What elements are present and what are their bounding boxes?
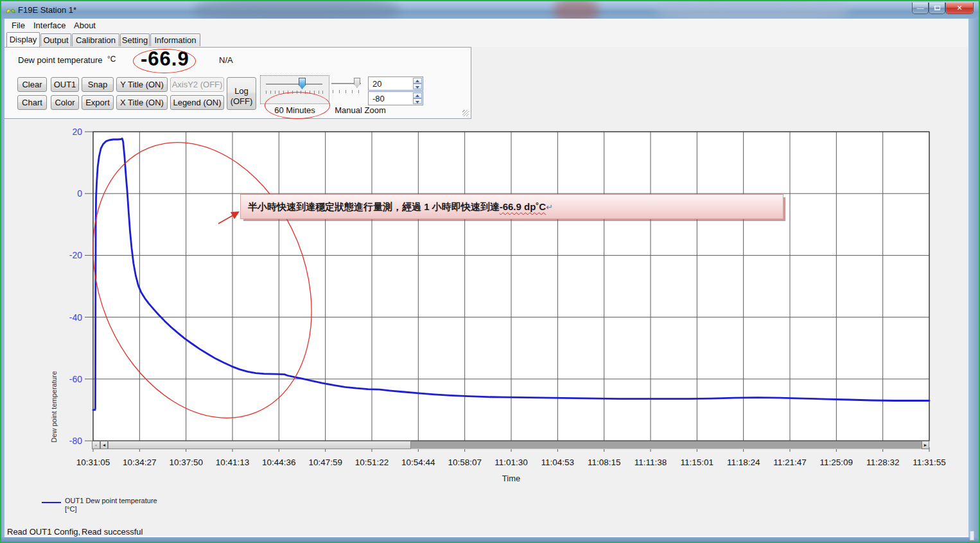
titlebar-blur-decoration	[554, 1, 599, 19]
x-tick-label: 11:21:47	[773, 458, 807, 467]
legend-button[interactable]: Legend (ON)	[170, 95, 224, 110]
y-tick-label: 0	[77, 188, 82, 199]
dew-point-value: -66.9	[141, 48, 189, 71]
legend-series-unit: [°C]	[65, 505, 157, 513]
window-border-bottom	[1, 537, 979, 542]
snap-button[interactable]: Snap	[82, 77, 114, 92]
y-tick-label: -20	[69, 250, 82, 260]
y-tick-label: -40	[69, 312, 82, 323]
axis-upper-value: 20	[372, 79, 381, 89]
axis-lower-spinbox[interactable]: -80	[368, 91, 423, 105]
log-button[interactable]: Log (OFF)	[227, 77, 256, 110]
chart-button[interactable]: Chart	[17, 95, 47, 110]
timespan-slider-ticks	[266, 91, 324, 94]
axis-upper-spinbox[interactable]: 20	[368, 76, 423, 91]
x-tick-label: 10:58:07	[448, 458, 482, 467]
timespan-slider-thumb[interactable]	[299, 78, 306, 89]
maximize-button[interactable]	[929, 3, 945, 14]
x-tick-label: 10:54:44	[401, 458, 435, 467]
spin-up-icon[interactable]	[413, 78, 422, 84]
app-icon	[5, 4, 16, 15]
chart-canvas: 10:31:0510:34:2710:37:5010:41:1310:44:36…	[0, 122, 980, 488]
x-tick-label: 11:08:15	[588, 458, 621, 467]
x-tick-label: 11:28:32	[866, 458, 900, 467]
timespan-slider-label: 60 Minutes	[260, 105, 329, 115]
x-tick-label: 11:15:01	[681, 458, 714, 467]
tab-information[interactable]: Information	[150, 33, 200, 46]
scrollbar-left-arrow[interactable]: ◄	[100, 441, 108, 449]
scrollbar-thumb[interactable]	[108, 441, 411, 449]
timespan-slider[interactable]	[260, 75, 329, 104]
legend-entry: OUT1 Dew point temperature [°C]	[65, 497, 157, 513]
axis-lower-value: -80	[372, 94, 385, 103]
x-tick-label: 10:37:50	[169, 458, 203, 467]
tab-display[interactable]: Display	[6, 32, 40, 47]
color-button[interactable]: Color	[51, 95, 79, 110]
axisy2-button: AxisY2 (OFF)	[170, 77, 224, 92]
tab-setting[interactable]: Setting	[120, 33, 150, 46]
spin-down-icon[interactable]	[413, 84, 422, 89]
app-window: F19E Station 1* — ✕ File Interface About…	[0, 0, 980, 543]
x-tick-label: 10:47:59	[308, 458, 342, 467]
minimize-button[interactable]: —	[912, 3, 929, 14]
spin-down-icon[interactable]	[413, 98, 422, 104]
legend-series-name: OUT1 Dew point temperature	[65, 497, 157, 505]
spin-up-icon[interactable]	[413, 93, 422, 98]
x-tick-label: 11:25:09	[820, 458, 853, 467]
minimize-icon: —	[917, 4, 924, 12]
status-message-2: Read successful	[82, 527, 143, 537]
maximize-icon	[934, 6, 940, 10]
menu-file[interactable]: File	[12, 21, 25, 30]
x-tick-label: 10:34:27	[123, 458, 157, 467]
x-title-button[interactable]: X Title (ON)	[116, 95, 168, 110]
annotation-callout: 半小時快速到達穩定狀態進行量測，經過 1 小時即快速到達-66.9 dp˚C↵	[240, 194, 783, 219]
legend-line-swatch	[42, 502, 61, 503]
readout-label: Dew point temperature	[18, 55, 103, 65]
timespan-slider-track[interactable]	[266, 84, 322, 85]
x-axis-title: Time	[502, 474, 520, 483]
x-tick-label: 10:44:36	[262, 458, 296, 467]
readout-na: N/A	[219, 55, 233, 65]
x-tick-label: 10:31:05	[76, 458, 110, 467]
zoom-slider-thumb[interactable]	[354, 78, 360, 88]
tab-strip: Display Output Calibration Setting Infor…	[4, 31, 968, 47]
close-button[interactable]: ✕	[945, 3, 974, 14]
y-title-button[interactable]: Y Title (ON)	[116, 77, 168, 92]
export-button[interactable]: Export	[82, 95, 114, 110]
scrollbar-right-arrow[interactable]: ►	[922, 441, 929, 449]
titlebar-blur-decoration	[194, 1, 399, 19]
y-tick-label: -80	[69, 436, 82, 446]
chart-area: 10:31:0510:34:2710:37:5010:41:1310:44:36…	[0, 122, 980, 488]
titlebar-blur-decoration	[656, 1, 849, 19]
tab-calibration[interactable]: Calibration	[72, 33, 119, 46]
x-tick-label: 10:51:22	[355, 458, 389, 467]
panel-resize-grip	[462, 110, 469, 116]
display-panel: Dew point temperature °C -66.9 N/A Clear…	[4, 47, 471, 119]
x-tick-label: 11:11:38	[634, 458, 667, 467]
x-tick-label: 10:41:13	[216, 458, 250, 467]
zoom-slider-label: Manual Zoom	[329, 105, 391, 115]
scrollbar-home-button[interactable]: ▫	[92, 441, 100, 449]
window-corner-mark	[970, 531, 974, 540]
y-tick-label: 20	[72, 127, 82, 137]
tab-output[interactable]: Output	[40, 33, 71, 46]
clear-button[interactable]: Clear	[17, 77, 47, 92]
return-mark: ↵	[546, 202, 553, 212]
close-icon: ✕	[956, 4, 962, 12]
menubar: File Interface About	[4, 19, 968, 31]
scrollbar-track[interactable]	[411, 441, 922, 449]
readout-unit: °C	[107, 55, 116, 64]
x-tick-label: 11:01:30	[494, 458, 528, 467]
status-bar: Read OUT1 Config, Read successful	[4, 526, 968, 537]
zoom-slider-ticks	[333, 90, 361, 93]
y-tick-label: -60	[69, 374, 82, 384]
x-tick-label: 11:18:24	[727, 458, 760, 467]
menu-about[interactable]: About	[74, 21, 96, 30]
menu-interface[interactable]: Interface	[33, 21, 66, 30]
annotation-text: 半小時快速到達穩定狀態進行量測，經過 1 小時即快速到達	[248, 201, 500, 212]
out1-button[interactable]: OUT1	[51, 77, 79, 92]
titlebar: F19E Station 1* — ✕	[1, 1, 979, 19]
x-tick-label: 11:04:53	[541, 458, 575, 467]
status-message-1: Read OUT1 Config,	[7, 527, 80, 537]
y-axis-title: Dew point temperature	[50, 310, 58, 503]
